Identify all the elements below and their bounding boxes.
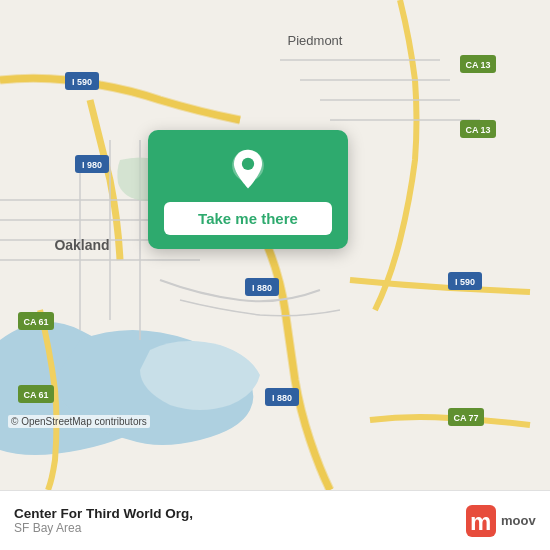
svg-text:Oakland: Oakland: [54, 237, 109, 253]
tooltip-card: Take me there: [148, 130, 348, 249]
svg-text:I 880: I 880: [252, 283, 272, 293]
svg-point-36: [242, 158, 254, 170]
bottom-bar: Center For Third World Org, SF Bay Area …: [0, 490, 550, 550]
svg-text:CA 61: CA 61: [23, 390, 48, 400]
svg-text:I 590: I 590: [72, 77, 92, 87]
osm-credit: © OpenStreetMap contributors: [8, 415, 150, 428]
svg-text:CA 61: CA 61: [23, 317, 48, 327]
place-info: Center For Third World Org, SF Bay Area: [14, 506, 536, 535]
map-container: I 590 I 980 I 880 I 880 CA 61 CA 61 CA 1…: [0, 0, 550, 490]
svg-text:CA 13: CA 13: [465, 60, 490, 70]
take-me-there-button[interactable]: Take me there: [164, 202, 332, 235]
svg-text:I 980: I 980: [82, 160, 102, 170]
svg-text:I 880: I 880: [272, 393, 292, 403]
moovit-logo: m moovit: [466, 503, 536, 539]
svg-text:CA 77: CA 77: [453, 413, 478, 423]
svg-text:I 590: I 590: [455, 277, 475, 287]
svg-text:m: m: [470, 508, 491, 535]
place-region: SF Bay Area: [14, 521, 536, 535]
location-pin-icon: [226, 148, 270, 192]
place-name: Center For Third World Org,: [14, 506, 536, 521]
moovit-logo-svg: m moovit: [466, 503, 536, 539]
svg-text:CA 13: CA 13: [465, 125, 490, 135]
svg-text:moovit: moovit: [501, 513, 536, 528]
svg-text:Piedmont: Piedmont: [288, 33, 343, 48]
